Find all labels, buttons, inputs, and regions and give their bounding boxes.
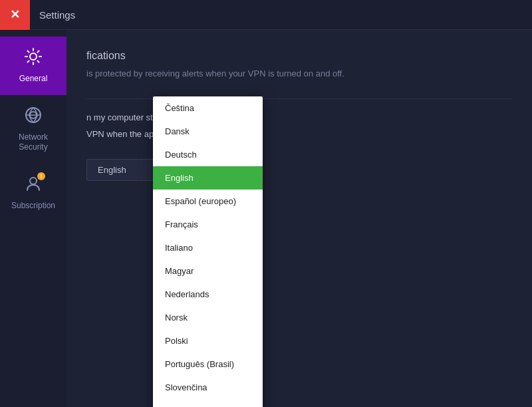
- sidebar-item-network-security-label: Network Security: [5, 132, 61, 153]
- notifications-description: is protected by receiving alerts when yo…: [86, 68, 406, 78]
- dropdown-item-de[interactable]: Deutsch: [153, 143, 263, 166]
- network-security-icon: [24, 106, 43, 128]
- dropdown-item-tr[interactable]: Türkçe: [153, 399, 263, 407]
- startup-options: n my computer starts VPN when the app st…: [86, 112, 512, 139]
- language-selected-label: English: [98, 165, 126, 175]
- window-title: Settings: [39, 9, 75, 21]
- notifications-title: fications: [86, 50, 512, 62]
- dropdown-item-pt-br[interactable]: Português (Brasil): [153, 352, 263, 376]
- startup-row-1: n my computer starts: [86, 112, 512, 122]
- dropdown-item-cs[interactable]: Čeština: [153, 96, 263, 120]
- warning-badge: !: [37, 172, 45, 180]
- subscription-icon: !: [24, 174, 43, 197]
- sidebar: General Network Security !: [0, 30, 66, 407]
- dropdown-item-it[interactable]: Italiano: [153, 236, 263, 259]
- language-area: English ▾: [86, 159, 512, 181]
- svg-point-4: [30, 178, 37, 184]
- divider-1: [86, 98, 512, 99]
- svg-point-0: [30, 53, 37, 60]
- general-icon: [24, 47, 43, 70]
- language-dropdown-menu: ČeštinaDanskDeutschEnglishEspañol (europ…: [153, 96, 263, 407]
- main-layout: General Network Security !: [0, 30, 532, 407]
- dropdown-item-pl[interactable]: Polski: [153, 329, 263, 352]
- startup-row-2: VPN when the app starts: [86, 129, 512, 139]
- dropdown-item-da[interactable]: Dansk: [153, 120, 263, 143]
- dropdown-item-no[interactable]: Norsk: [153, 306, 263, 329]
- sidebar-item-general[interactable]: General: [0, 37, 66, 95]
- dropdown-item-en[interactable]: English: [153, 166, 263, 190]
- dropdown-item-nl[interactable]: Nederlands: [153, 283, 263, 306]
- sidebar-item-subscription[interactable]: ! Subscription: [0, 164, 66, 222]
- dropdown-item-sk[interactable]: Slovenčina: [153, 376, 263, 399]
- title-bar: ✕ Settings: [0, 0, 532, 30]
- close-button[interactable]: ✕: [0, 0, 30, 30]
- sidebar-item-subscription-label: Subscription: [11, 201, 55, 211]
- main-content: fications is protected by receiving aler…: [66, 30, 532, 407]
- sidebar-item-network-security[interactable]: Network Security: [0, 95, 66, 164]
- dropdown-item-hu[interactable]: Magyar: [153, 259, 263, 283]
- dropdown-item-es[interactable]: Español (europeo): [153, 190, 263, 213]
- close-icon: ✕: [10, 7, 20, 22]
- dropdown-item-fr[interactable]: Français: [153, 213, 263, 236]
- sidebar-item-general-label: General: [19, 74, 48, 84]
